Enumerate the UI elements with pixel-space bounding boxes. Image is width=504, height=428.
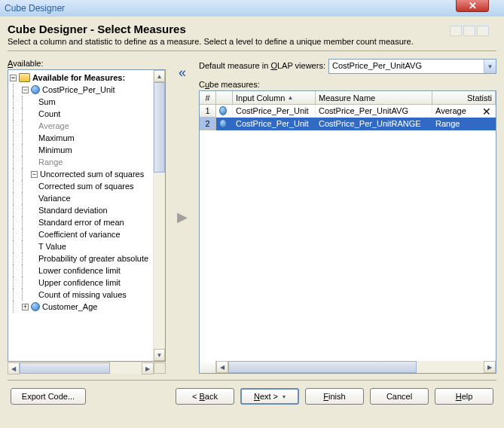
grid-hscrollbar[interactable]: ◀ ▶ <box>200 361 496 373</box>
tree-hscrollbar[interactable]: ◀ ▶ <box>8 362 166 374</box>
tree-item-label: Standard deviation <box>38 206 108 215</box>
tree-item-label: Coefficient of variance <box>38 230 121 239</box>
available-label: Available: <box>8 59 166 68</box>
tree-item[interactable]: Count of missing values <box>10 289 153 301</box>
tree-item-label: CostPrice_Per_Unit <box>42 85 115 94</box>
tree-item-label: Average <box>38 121 69 130</box>
divider <box>8 50 496 51</box>
tree-item-label: Standard error of mean <box>38 218 124 227</box>
scroll-corner <box>154 362 166 374</box>
tree-item[interactable]: Sum <box>10 96 153 108</box>
cell-stat: Range <box>432 118 496 130</box>
tree-item-label: Maximum <box>38 133 75 142</box>
scroll-up-button[interactable]: ▲ <box>154 70 165 82</box>
scroll-hthumb[interactable] <box>20 362 110 374</box>
scroll-left-button[interactable]: ◀ <box>8 362 20 374</box>
scroll-thumb[interactable] <box>154 82 165 173</box>
finish-button[interactable]: Finish <box>305 388 364 405</box>
tree-item-label: Minimum <box>38 145 72 154</box>
scroll-down-button[interactable]: ▼ <box>154 349 165 361</box>
tree-item[interactable]: Count <box>10 108 153 120</box>
grid-header: # Input Column▲ Measure Name Statisti <box>200 91 496 105</box>
tree-item[interactable]: Minimum <box>10 144 153 156</box>
table-row[interactable]: 2CostPrice_Per_UnitCostPrice_Per_UnitRAN… <box>200 118 496 130</box>
scroll-right-button[interactable]: ▶ <box>484 361 496 373</box>
available-tree[interactable]: −Available for Measures:−CostPrice_Per_U… <box>8 69 166 362</box>
cell-measure: CostPrice_Per_UnitRANGE <box>316 118 432 130</box>
col-measure[interactable]: Measure Name <box>316 91 432 104</box>
tree-item[interactable]: Lower confidence limit <box>10 264 153 277</box>
help-button[interactable]: Help <box>435 388 493 405</box>
cube-measures-label: Cube measures: <box>199 80 496 89</box>
cell-input: CostPrice_Per_Unit <box>233 118 316 130</box>
cancel-button[interactable]: Cancel <box>370 388 429 405</box>
scroll-hthumb[interactable] <box>228 361 417 373</box>
window-title: Cube Designer <box>5 3 65 14</box>
tree-item-label: Customer_Age <box>42 302 97 311</box>
page-title: Cube Designer - Select Measures <box>8 23 496 35</box>
tree-root-label: Available for Measures: <box>32 73 125 82</box>
scroll-right-button[interactable]: ▶ <box>142 362 154 374</box>
aux-window-icon[interactable] <box>477 26 489 36</box>
tree-item-label: Uncorrected sum of squares <box>40 170 144 179</box>
tree-item[interactable]: T Value <box>10 240 153 252</box>
back-button[interactable]: < Back <box>176 388 234 405</box>
tree-item[interactable]: Standard error of mean <box>10 216 153 228</box>
col-icon[interactable] <box>216 91 233 104</box>
add-icon: ▶ <box>177 209 188 225</box>
tree-item-label: Upper confidence limit <box>38 278 121 287</box>
remove-all-icon[interactable]: « <box>179 65 186 81</box>
measure-icon <box>219 119 227 128</box>
tree-item-label: Sum <box>38 97 56 106</box>
tree-item-label: Variance <box>38 194 71 203</box>
sort-asc-icon: ▲ <box>287 94 293 101</box>
tree-root[interactable]: −Available for Measures: <box>10 72 153 84</box>
cell-input: CostPrice_Per_Unit <box>233 105 316 118</box>
tree-item[interactable]: Variance <box>10 192 153 204</box>
tree-vscrollbar[interactable]: ▲ ▼ <box>153 70 165 361</box>
tree-item[interactable]: Maximum <box>10 132 153 144</box>
aux-window-icon[interactable] <box>463 26 475 36</box>
collapse-icon[interactable]: − <box>10 75 17 81</box>
col-stat[interactable]: Statisti <box>432 91 496 104</box>
tree-item[interactable]: Coefficient of variance <box>10 228 153 240</box>
folder-icon <box>19 73 30 82</box>
collapse-icon[interactable]: − <box>31 171 38 178</box>
next-button[interactable]: Next >▾ <box>240 388 299 405</box>
chevron-down-icon[interactable]: ▼ <box>484 60 496 73</box>
tree-item[interactable]: Upper confidence limit <box>10 277 153 289</box>
cell-measure: CostPrice_Per_UnitAVG <box>316 105 432 118</box>
measure-icon <box>219 106 227 115</box>
remove-row-icon[interactable]: ✕ <box>482 105 491 118</box>
tree-item[interactable]: Average <box>10 120 153 132</box>
tree-item[interactable]: −CostPrice_Per_Unit <box>10 84 153 96</box>
tree-item[interactable]: Probability of greater absolute <box>10 252 153 264</box>
cube-measures-grid[interactable]: # Input Column▲ Measure Name Statisti 1C… <box>199 90 496 374</box>
tree-item[interactable]: −Uncorrected sum of squares <box>10 168 153 180</box>
expand-icon[interactable]: + <box>22 304 29 310</box>
tree-item-label: Corrected sum of squares <box>38 182 134 191</box>
scroll-left-button[interactable]: ◀ <box>216 361 228 373</box>
default-measure-label: Default measure in OLAP viewers: <box>199 61 325 70</box>
tree-item[interactable]: Range <box>10 156 153 168</box>
window-close-button[interactable]: ✕ <box>456 0 489 12</box>
default-measure-combo[interactable]: CostPrice_Per_UnitAVG ▼ <box>328 59 496 74</box>
tree-item-label: Range <box>38 157 63 167</box>
tree-item-label: Probability of greater absolute <box>38 254 148 263</box>
aux-window-icon[interactable] <box>450 26 462 36</box>
default-measure-value: CostPrice_Per_UnitAVG <box>329 60 484 73</box>
col-input[interactable]: Input Column▲ <box>233 91 316 104</box>
measure-icon <box>31 302 40 311</box>
export-code-button[interactable]: Export Code... <box>11 388 86 405</box>
tree-item-label: Count <box>38 109 60 118</box>
collapse-icon[interactable]: − <box>22 87 29 93</box>
col-num[interactable]: # <box>200 91 216 104</box>
tree-item-label: T Value <box>38 242 66 251</box>
tree-item[interactable]: Standard deviation <box>10 204 153 216</box>
table-row[interactable]: 1CostPrice_Per_UnitCostPrice_Per_UnitAVG… <box>200 105 496 118</box>
tree-item-label: Count of missing values <box>38 290 127 299</box>
tree-item[interactable]: Corrected sum of squares <box>10 180 153 192</box>
row-number: 2 <box>200 118 216 130</box>
tree-item[interactable]: +Customer_Age <box>10 301 153 313</box>
tree-item-label: Lower confidence limit <box>38 266 121 275</box>
